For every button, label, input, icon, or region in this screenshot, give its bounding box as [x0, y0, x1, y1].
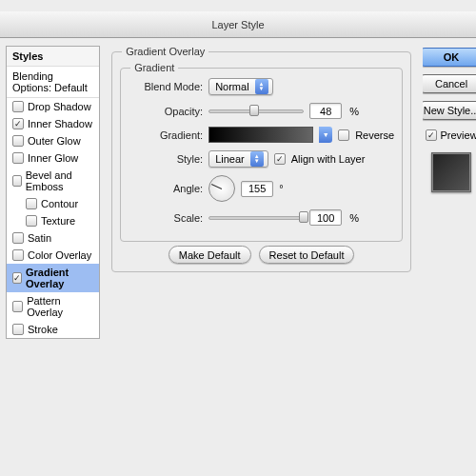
ok-button[interactable]: OK [423, 48, 476, 67]
opacity-slider[interactable] [208, 105, 304, 118]
sidebar-item-label: Color Overlay [28, 249, 91, 261]
style-checkbox[interactable] [12, 249, 24, 261]
style-checkbox[interactable] [12, 272, 22, 284]
opacity-unit: % [349, 106, 359, 117]
window-title: Layer Style [211, 19, 264, 30]
sidebar-item-label: Bevel and Emboss [26, 169, 93, 192]
gradient-legend: Gradient [130, 62, 178, 73]
style-checkbox[interactable] [26, 215, 37, 227]
reverse-checkbox[interactable] [338, 129, 349, 141]
blend-mode-select[interactable]: Normal ▲▼ [208, 78, 272, 95]
sidebar-item-label: Gradient Overlay [26, 267, 93, 289]
preview-label: Preview [441, 129, 477, 141]
sidebar-item[interactable]: Gradient Overlay [7, 264, 99, 292]
chevron-updown-icon: ▲▼ [250, 151, 264, 167]
sidebar-item[interactable]: Outer Glow [7, 132, 99, 149]
sidebar-header[interactable]: Styles [7, 47, 99, 67]
scale-unit: % [349, 212, 359, 224]
preview-swatch [431, 152, 471, 192]
style-checkbox[interactable] [12, 101, 24, 112]
sidebar-item[interactable]: Pattern Overlay [7, 292, 99, 321]
align-checkbox[interactable] [274, 153, 286, 165]
style-label: Style: [129, 153, 203, 165]
layer-style-dialog: 网页教学网 www.webjx.com Layer Style Styles B… [0, 11, 476, 476]
opacity-label: Opacity: [129, 106, 203, 117]
angle-label: Angle: [129, 183, 203, 194]
sidebar-item[interactable]: Drop Shadow [7, 98, 99, 115]
style-checkbox[interactable] [12, 232, 24, 244]
sidebar-item[interactable]: Color Overlay [7, 247, 99, 264]
gradient-dropdown-icon[interactable]: ▼ [319, 127, 332, 143]
sidebar-item[interactable]: Inner Glow [7, 149, 99, 167]
style-checkbox[interactable] [12, 135, 24, 147]
angle-input[interactable] [241, 181, 273, 197]
angle-wheel[interactable] [208, 175, 235, 202]
scale-input[interactable] [309, 209, 342, 226]
angle-unit: ° [279, 183, 283, 194]
style-checkbox[interactable] [12, 152, 24, 164]
sidebar-item[interactable]: Bevel and Emboss [7, 167, 99, 195]
gradient-overlay-panel: Gradient Overlay Gradient Blend Mode: No… [108, 46, 415, 339]
reverse-label: Reverse [355, 129, 394, 141]
gradient-swatch[interactable] [208, 127, 313, 143]
panel-legend: Gradient Overlay [122, 46, 208, 57]
sidebar-item[interactable]: Satin [7, 229, 99, 247]
sidebar-item-label: Satin [28, 232, 51, 244]
make-default-button[interactable]: Make Default [169, 246, 251, 264]
sidebar-item-label: Contour [41, 198, 78, 209]
scale-label: Scale: [129, 212, 203, 224]
sidebar-item-label: Inner Shadow [28, 118, 92, 129]
sidebar-item-label: Outer Glow [28, 135, 81, 147]
sidebar-item-label: Drop Shadow [28, 101, 91, 112]
align-label: Align with Layer [291, 153, 366, 165]
style-checkbox[interactable] [12, 324, 24, 335]
style-checkbox[interactable] [12, 118, 24, 129]
sidebar-item-label: Inner Glow [28, 152, 78, 164]
sidebar-item[interactable]: Stroke [7, 321, 99, 338]
blend-mode-label: Blend Mode: [129, 81, 203, 92]
blending-options[interactable]: Blending Options: Default [7, 67, 99, 98]
new-style-button[interactable]: New Style... [423, 101, 476, 120]
sidebar-item-label: Stroke [28, 324, 58, 335]
gradient-label: Gradient: [129, 129, 203, 141]
dialog-buttons: OK Cancel New Style... Preview [423, 46, 476, 339]
sidebar-item-label: Pattern Overlay [27, 295, 93, 318]
preview-checkbox[interactable] [426, 129, 437, 141]
titlebar: Layer Style [0, 11, 476, 38]
opacity-input[interactable] [309, 103, 342, 119]
style-checkbox[interactable] [12, 175, 22, 187]
scale-slider[interactable] [208, 211, 304, 225]
sidebar-item[interactable]: Contour [7, 195, 99, 212]
style-select[interactable]: Linear ▲▼ [208, 150, 268, 168]
style-checkbox[interactable] [26, 198, 37, 209]
styles-sidebar: Styles Blending Options: Default Drop Sh… [6, 46, 100, 339]
sidebar-item[interactable]: Texture [7, 212, 99, 229]
sidebar-item-label: Texture [41, 215, 75, 227]
chevron-updown-icon: ▲▼ [255, 79, 268, 94]
style-checkbox[interactable] [12, 301, 23, 312]
sidebar-item[interactable]: Inner Shadow [7, 115, 99, 132]
reset-default-button[interactable]: Reset to Default [259, 246, 355, 264]
cancel-button[interactable]: Cancel [423, 74, 476, 93]
